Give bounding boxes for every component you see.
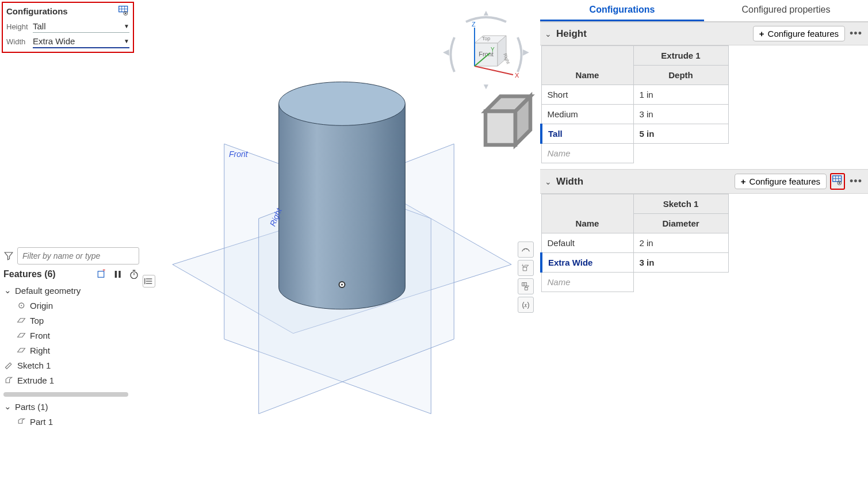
pause-icon[interactable]: [113, 269, 123, 279]
svg-rect-10: [118, 271, 120, 278]
variable-tool[interactable]: (𝑥): [518, 297, 534, 313]
stopwatch-icon[interactable]: [129, 269, 139, 279]
y-axis-label: Y: [491, 47, 495, 53]
height-value: Tall: [33, 21, 46, 31]
svg-marker-35: [523, 265, 529, 267]
table-row[interactable]: Medium 3 in: [541, 105, 728, 124]
parts-label: Parts (1): [15, 402, 48, 412]
cube-top-label: Top: [482, 36, 491, 41]
chevron-down-icon: ⌄: [3, 401, 12, 412]
chevron-down-icon: ⌄: [545, 177, 553, 186]
caret-down-icon: ▼: [124, 38, 129, 44]
kebab-menu-icon[interactable]: •••: [848, 26, 863, 41]
tab-configured-properties[interactable]: Configured properties: [704, 0, 868, 21]
row-value[interactable]: 3 in: [633, 105, 728, 124]
filter-icon[interactable]: [3, 251, 14, 261]
table-row[interactable]: Default 2 in: [541, 233, 728, 253]
svg-point-48: [839, 182, 840, 184]
config-cube-tool[interactable]: [518, 278, 534, 294]
configure-features-label: Configure features: [750, 177, 820, 186]
filter-input[interactable]: [17, 247, 139, 264]
svg-point-5: [125, 13, 127, 14]
plus-icon: +: [759, 29, 764, 39]
z-axis-label: Z: [472, 21, 476, 28]
top-plane-node[interactable]: Top: [16, 313, 139, 328]
width-grid-visibility-highlighted[interactable]: [830, 173, 845, 190]
features-heading: Features (6): [3, 269, 91, 279]
table-row[interactable]: Tall 5 in: [541, 124, 728, 144]
svg-point-21: [279, 82, 406, 125]
svg-point-23: [341, 283, 343, 285]
parts-node[interactable]: ⌄ Parts (1): [3, 399, 139, 414]
height-param-header: Depth: [633, 66, 728, 85]
grid-visibility-icon[interactable]: [832, 175, 843, 186]
table-row-add[interactable]: Name: [541, 273, 728, 292]
config-float-panel: Configurations Height Tall ▼ Width Extra…: [2, 2, 134, 53]
width-section-header[interactable]: ⌄ Width + Configure features •••: [540, 169, 868, 194]
sketch-node[interactable]: Sketch 1: [3, 358, 139, 373]
svg-line-28: [475, 66, 513, 75]
x-axis-label: X: [515, 72, 519, 79]
svg-rect-38: [522, 283, 527, 286]
height-dropdown[interactable]: Tall ▼: [33, 20, 129, 33]
scrollbar[interactable]: [3, 392, 128, 397]
configure-features-button[interactable]: + Configure features: [735, 174, 827, 189]
extrude-node[interactable]: Extrude 1: [3, 373, 139, 388]
add-row-placeholder[interactable]: Name: [541, 273, 633, 292]
config-float-title: Configurations: [6, 6, 68, 16]
row-value[interactable]: 2 in: [633, 233, 728, 253]
width-dropdown[interactable]: Extra Wide ▼: [33, 35, 129, 48]
width-param-header: Diameter: [633, 214, 728, 233]
width-config-table: Name Sketch 1 Diameter Default 2 in Extr…: [540, 194, 729, 292]
width-label: Width: [6, 37, 33, 46]
svg-text:+: +: [522, 263, 524, 267]
front-plane-node[interactable]: Front: [16, 328, 139, 343]
configure-features-button[interactable]: + Configure features: [753, 26, 845, 41]
row-name[interactable]: Extra Wide: [541, 253, 633, 273]
row-name[interactable]: Short: [541, 85, 633, 105]
height-section-header[interactable]: ⌄ Height + Configure features •••: [540, 22, 868, 45]
tab-configurations[interactable]: Configurations: [540, 0, 704, 21]
configure-features-label: Configure features: [768, 29, 839, 39]
row-value[interactable]: 1 in: [633, 85, 728, 105]
width-feature-header: Sketch 1: [633, 194, 728, 214]
sketch-label: Sketch 1: [17, 361, 51, 370]
plane-icon: [16, 345, 26, 355]
height-config-table: Name Extrude 1 Depth Short 1 in Medium 3…: [540, 45, 729, 163]
height-section-title: Height: [556, 28, 750, 40]
svg-point-34: [526, 248, 527, 250]
add-row-placeholder[interactable]: Name: [541, 144, 633, 163]
appearance-tool[interactable]: [518, 241, 534, 258]
part-node[interactable]: Part 1: [16, 414, 139, 429]
front-plane-label: Front: [30, 331, 50, 340]
extrude-label: Extrude 1: [17, 375, 54, 385]
width-value: Extra Wide: [33, 36, 75, 46]
right-plane-node[interactable]: Right: [16, 343, 139, 358]
origin-icon: ⊙: [16, 300, 26, 310]
insert-part-tool[interactable]: +: [518, 260, 534, 276]
row-name[interactable]: Medium: [541, 105, 633, 124]
plus-icon: +: [741, 177, 746, 186]
viewport-tool-column: + (𝑥): [518, 241, 535, 315]
row-value[interactable]: 3 in: [633, 253, 728, 273]
table-row[interactable]: Extra Wide 3 in: [541, 253, 728, 273]
cube-left-arrow[interactable]: ◀: [443, 47, 449, 56]
outline-panel-toggle[interactable]: [143, 275, 155, 288]
svg-marker-31: [485, 112, 515, 145]
table-row-add[interactable]: Name: [541, 144, 728, 163]
kebab-menu-icon[interactable]: •••: [848, 174, 863, 189]
row-name[interactable]: Default: [541, 233, 633, 253]
cube-right-arrow[interactable]: ▶: [523, 47, 529, 56]
add-feature-icon[interactable]: [97, 269, 107, 279]
default-geometry-label: Default geometry: [15, 286, 81, 296]
cube-up-arrow[interactable]: ▲: [482, 8, 490, 17]
table-row[interactable]: Short 1 in: [541, 85, 728, 105]
chevron-down-icon: ⌄: [3, 285, 12, 296]
row-value[interactable]: 5 in: [633, 124, 728, 144]
default-geometry-node[interactable]: ⌄ Default geometry: [3, 283, 139, 298]
grid-visibility-icon[interactable]: [118, 5, 129, 17]
plane-icon: [16, 330, 26, 340]
view-cube[interactable]: ▲ ◀ ▶ ▼ Top Front Right Z X Y ▼: [449, 12, 523, 103]
row-name[interactable]: Tall: [541, 124, 633, 144]
origin-node[interactable]: ⊙ Origin: [16, 298, 139, 313]
